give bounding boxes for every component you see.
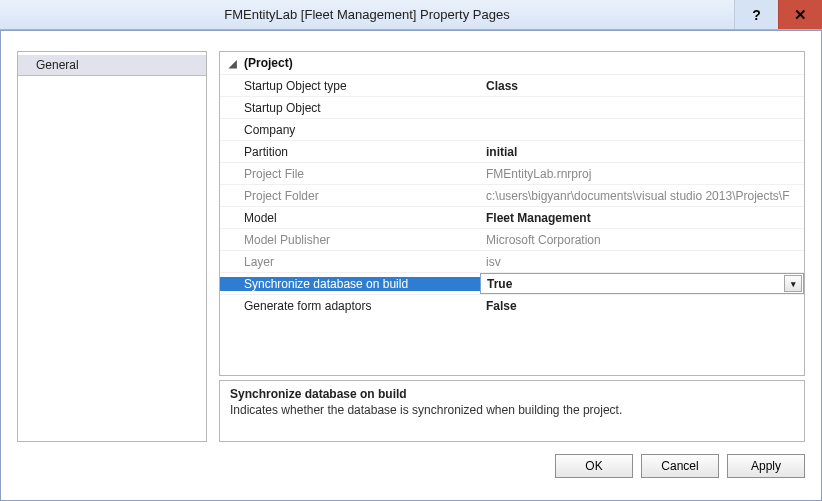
property-value[interactable]: initial (480, 145, 804, 159)
property-label: Startup Object (220, 101, 480, 115)
sidebar-item-label: General (36, 58, 79, 72)
property-label: Partition (220, 145, 480, 159)
collapse-icon[interactable]: ◢ (228, 58, 238, 69)
description-text: Indicates whether the database is synchr… (230, 403, 794, 417)
property-row[interactable]: Generate form adaptorsFalse (220, 294, 804, 316)
property-row[interactable]: Company (220, 118, 804, 140)
description-title: Synchronize database on build (230, 387, 794, 401)
property-label: Project File (220, 167, 480, 181)
property-row[interactable]: Layerisv (220, 250, 804, 272)
property-grid: ◢ (Project) Startup Object typeClassStar… (219, 51, 805, 376)
ok-button[interactable]: OK (555, 454, 633, 478)
dialog-footer: OK Cancel Apply (17, 442, 805, 478)
property-row[interactable]: Partitioninitial (220, 140, 804, 162)
property-row[interactable]: Synchronize database on buildTrue▾ (220, 272, 804, 294)
help-button[interactable]: ? (734, 0, 778, 29)
property-label: Project Folder (220, 189, 480, 203)
property-rows: Startup Object typeClassStartup ObjectCo… (220, 74, 804, 375)
close-button[interactable]: ✕ (778, 0, 822, 29)
chevron-down-icon: ▾ (791, 279, 796, 289)
property-label: Layer (220, 255, 480, 269)
category-sidebar: General (17, 51, 207, 442)
description-panel: Synchronize database on build Indicates … (219, 380, 805, 442)
sidebar-item-general[interactable]: General (18, 54, 206, 76)
property-value[interactable]: isv (480, 255, 804, 269)
right-pane: ◢ (Project) Startup Object typeClassStar… (219, 51, 805, 442)
apply-button[interactable]: Apply (727, 454, 805, 478)
property-value[interactable]: c:\users\bigyanr\documents\visual studio… (480, 189, 804, 203)
property-value[interactable]: False (480, 299, 804, 313)
property-row[interactable]: ModelFleet Management (220, 206, 804, 228)
property-label: Model Publisher (220, 233, 480, 247)
property-label: Generate form adaptors (220, 299, 480, 313)
property-label: Synchronize database on build (220, 277, 480, 291)
window-title: FMEntityLab [Fleet Management] Property … (0, 7, 734, 22)
property-row[interactable]: Model PublisherMicrosoft Corporation (220, 228, 804, 250)
property-row[interactable]: Startup Object (220, 96, 804, 118)
property-row[interactable]: Startup Object typeClass (220, 74, 804, 96)
property-value[interactable]: Fleet Management (480, 211, 804, 225)
dropdown-button[interactable]: ▾ (784, 275, 802, 292)
cancel-button[interactable]: Cancel (641, 454, 719, 478)
group-label: (Project) (244, 56, 293, 70)
property-label: Company (220, 123, 480, 137)
property-value[interactable]: Microsoft Corporation (480, 233, 804, 247)
property-value[interactable]: FMEntityLab.rnrproj (480, 167, 804, 181)
titlebar-buttons: ? ✕ (734, 0, 822, 29)
property-value[interactable]: True▾ (480, 273, 804, 294)
dialog-body: General ◢ (Project) Startup Object typeC… (0, 30, 822, 501)
close-icon: ✕ (794, 6, 807, 24)
property-label: Startup Object type (220, 79, 480, 93)
property-label: Model (220, 211, 480, 225)
titlebar: FMEntityLab [Fleet Management] Property … (0, 0, 822, 30)
group-header[interactable]: ◢ (Project) (220, 52, 804, 74)
property-row[interactable]: Project Folderc:\users\bigyanr\documents… (220, 184, 804, 206)
property-value[interactable]: Class (480, 79, 804, 93)
property-row[interactable]: Project FileFMEntityLab.rnrproj (220, 162, 804, 184)
